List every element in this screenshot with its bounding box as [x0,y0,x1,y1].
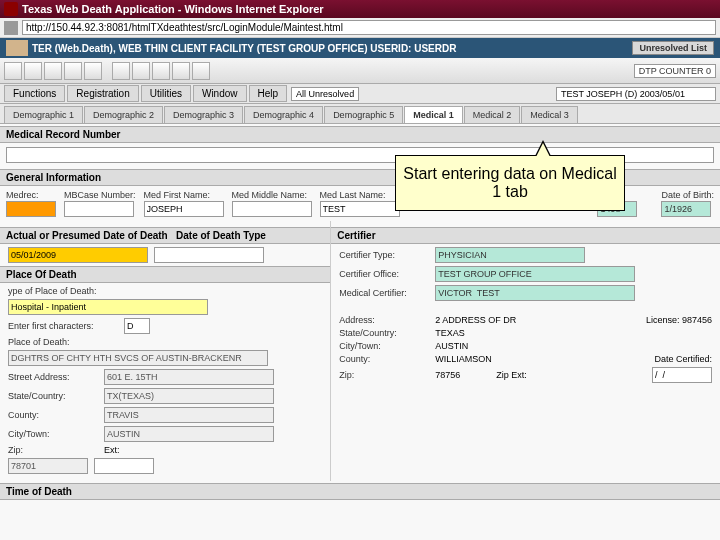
menu-help[interactable]: Help [249,85,288,102]
section-dod: Actual or Presumed Date of Death Date of… [0,227,330,244]
cert-office-input[interactable] [435,266,635,282]
toolbar-open-icon[interactable] [24,62,42,80]
label-date-cert: Date Certified: [654,354,712,364]
dod-type-dropdown[interactable] [154,247,264,263]
toolbar-save2-icon[interactable] [64,62,82,80]
section-place: Place Of Death [0,266,330,283]
window-titlebar: Texas Web Death Application - Windows In… [0,0,720,18]
status-filter-dropdown[interactable]: All Unresolved [291,87,359,101]
county-input[interactable] [104,407,274,423]
tab-demographic-4[interactable]: Demographic 4 [244,106,323,123]
section-time-of-death: Time of Death [0,483,720,500]
label-medrec: Medrec: [6,190,56,200]
label-license: License: [646,315,680,325]
tab-medical-1[interactable]: Medical 1 [404,106,463,123]
cert-type-dropdown[interactable] [435,247,585,263]
tab-medical-2[interactable]: Medical 2 [464,106,521,123]
label-street: Street Address: [8,372,98,382]
menubar: Functions Registration Utilities Window … [0,84,720,104]
page-icon [4,21,18,35]
toolbar-report-icon[interactable] [172,62,190,80]
label-cert-city: City/Town: [339,341,429,351]
tab-demographic-2[interactable]: Demographic 2 [84,106,163,123]
street-input[interactable] [104,369,274,385]
date-certified-input[interactable] [652,367,712,383]
toolbar-save-icon[interactable] [44,62,62,80]
label-cert-county: County: [339,354,429,364]
lastname-input[interactable] [320,201,400,217]
label-first-chars: Enter first characters: [8,321,118,331]
app-header: TER (Web.Death), WEB THIN CLIENT FACILIT… [0,38,720,58]
label-dod-type: Date of Death Type [176,230,266,241]
city-input[interactable] [104,426,274,442]
cert-city-value: AUSTIN [435,341,468,351]
label-cert-state: State/Country: [339,328,429,338]
label-place-type: ype of Place of Death: [8,286,118,296]
app-icon [4,2,18,16]
label-zip: Zip: [8,445,98,455]
zip-input[interactable] [8,458,88,474]
toolbar-new-icon[interactable] [4,62,22,80]
menu-registration[interactable]: Registration [67,85,138,102]
label-dod-actual: Actual or Presumed Date of Death [6,230,168,241]
address-input[interactable] [22,20,716,35]
patient-dropdown[interactable]: TEST JOSEPH (D) 2003/05/01 [556,87,716,101]
toolbar-export-icon[interactable] [192,62,210,80]
label-place: Place of Death: [8,337,88,347]
tab-demographic-1[interactable]: Demographic 1 [4,106,83,123]
menu-window[interactable]: Window [193,85,247,102]
place-type-dropdown[interactable] [8,299,208,315]
unresolved-list-button[interactable]: Unresolved List [632,41,714,55]
dob-input [661,201,711,217]
label-mbcase: MBCase Number: [64,190,136,200]
address-bar [0,18,720,38]
callout-pointer-fill [536,143,550,157]
window-title: Texas Web Death Application - Windows In… [22,3,324,15]
dod-date-input[interactable] [8,247,148,263]
toolbar-list-icon[interactable] [152,62,170,80]
label-ext: Ext: [104,445,164,455]
cert-county-value: WILLIAMSON [435,354,492,364]
label-dob: Date of Birth: [661,190,714,200]
toolbar: DTP COUNTER 0 [0,58,720,84]
tab-bar: Demographic 1 Demographic 2 Demographic … [0,104,720,124]
tab-demographic-3[interactable]: Demographic 3 [164,106,243,123]
callout-text: Start entering data on Medical 1 tab [400,165,620,201]
license-value: 987456 [682,315,712,325]
first-chars-input[interactable] [124,318,150,334]
medcert-dropdown[interactable] [435,285,635,301]
toolbar-search-icon[interactable] [112,62,130,80]
mbcase-input[interactable] [64,201,134,217]
label-city: City/Town: [8,429,98,439]
app-title: TER (Web.Death), WEB THIN CLIENT FACILIT… [32,43,456,54]
tab-medical-3[interactable]: Medical 3 [521,106,578,123]
label-state: State/Country: [8,391,98,401]
menu-utilities[interactable]: Utilities [141,85,191,102]
medrec-input[interactable] [6,201,56,217]
cert-address-value: 2 ADDRESS OF DR [435,315,516,325]
label-middlename: Med Middle Name: [232,190,312,200]
app-logo [6,40,28,56]
label-lastname: Med Last Name: [320,190,400,200]
label-firstname: Med First Name: [144,190,224,200]
state-input[interactable] [104,388,274,404]
section-certifier: Certifier [331,227,720,244]
dtp-counter: DTP COUNTER 0 [634,64,716,78]
cert-zip-value: 78756 [435,370,460,380]
label-cert-type: Certifier Type: [339,250,429,260]
firstname-input[interactable] [144,201,224,217]
middlename-input[interactable] [232,201,312,217]
toolbar-print-icon[interactable] [84,62,102,80]
cert-state-value: TEXAS [435,328,465,338]
label-cert-address: Address: [339,315,429,325]
label-medcert: Medical Certifier: [339,288,429,298]
label-county: County: [8,410,98,420]
place-name-dropdown[interactable] [8,350,268,366]
label-cert-zip: Zip: [339,370,429,380]
tab-demographic-5[interactable]: Demographic 5 [324,106,403,123]
toolbar-form-icon[interactable] [132,62,150,80]
zip-ext-input[interactable] [94,458,154,474]
label-cert-office: Certifier Office: [339,269,429,279]
menu-functions[interactable]: Functions [4,85,65,102]
callout-annotation: Start entering data on Medical 1 tab [395,155,625,211]
